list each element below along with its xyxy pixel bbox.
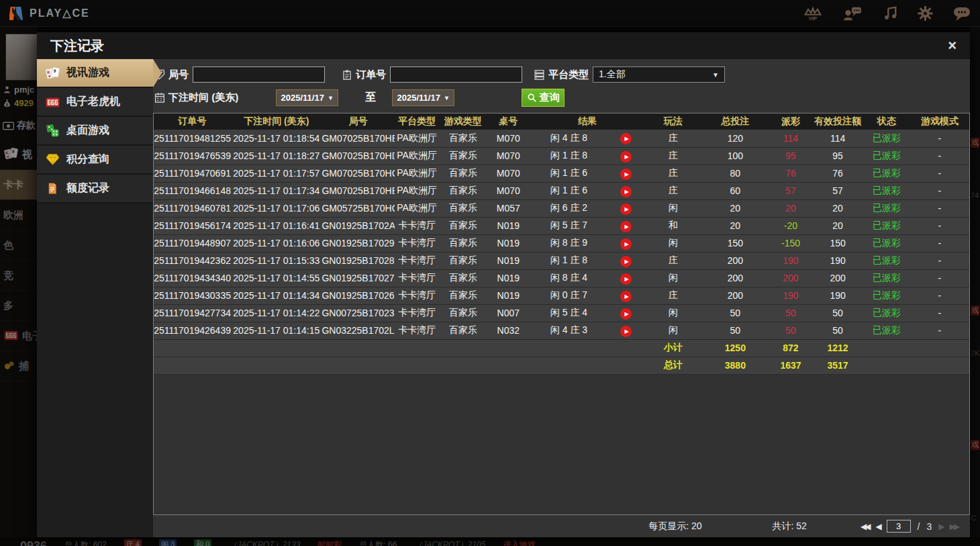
brand: PLAY△CE (9, 5, 90, 21)
table-no-cell: M070 (487, 130, 530, 147)
bet-cell: 150 (701, 234, 769, 252)
status-cell: 已派彩 (863, 234, 910, 252)
play-icon[interactable]: ▶ (620, 186, 632, 197)
chat-icon[interactable] (953, 5, 971, 21)
payout-cell: -20 (769, 217, 812, 234)
bet-table-container: 订单号下注时间 (美东)局号平台类型游戏类型桌号结果玩法总投注派彩有效投注额状态… (153, 113, 970, 515)
vip-icon[interactable]: VIP (803, 5, 822, 21)
table-row: 2511170194661482025-11-17 01:17:34GM0702… (154, 182, 969, 199)
mode-cell: - (910, 217, 969, 234)
status-cell: 已派彩 (863, 182, 910, 199)
sidebar-item[interactable]: 777电子老虎机 (37, 88, 153, 117)
mode-cell: - (910, 322, 969, 339)
date-to-picker[interactable]: 2025/11/17 ▼ (392, 89, 454, 106)
time-cell: 2025-11-17 01:17:34 (231, 182, 322, 199)
order-cell: 251117019470691 (154, 165, 231, 182)
table-row: 2511170194706912025-11-17 01:17:57GM0702… (154, 165, 969, 182)
payout-cell: 114 (769, 130, 812, 147)
round-cell: GN01925B1702A (322, 217, 394, 234)
modal-content: 局号 订单号 平台类型 1.全部 ▼ 下注时间 (153, 59, 970, 537)
table-header-row: 订单号下注时间 (美东)局号平台类型游戏类型桌号结果玩法总投注派彩有效投注额状态… (154, 113, 969, 130)
play-icon[interactable]: ▶ (620, 291, 632, 302)
play-icon[interactable]: ▶ (620, 133, 632, 144)
payout-cell: 50 (769, 304, 812, 322)
first-page-icon[interactable]: ◀◀ (861, 522, 869, 531)
per-page-label: 每页显示: 20 (648, 520, 701, 533)
result-cell: 闲 1 庄 8 (530, 252, 607, 269)
support-icon[interactable] (842, 5, 863, 21)
method-cell: 庄 (644, 147, 701, 165)
game-cell: 百家乐 (440, 165, 487, 182)
valid-bet-cell: 200 (813, 269, 863, 287)
close-icon[interactable]: × (948, 38, 957, 53)
search-button[interactable]: 查询 (522, 89, 565, 107)
play-icon[interactable]: ▶ (620, 308, 632, 320)
order-cell: 251117019442362 (154, 252, 231, 269)
order-cell: 251117019430335 (154, 287, 231, 304)
table-no-cell: M070 (487, 165, 530, 182)
gear-icon[interactable] (918, 5, 933, 21)
method-cell: 和 (644, 217, 701, 234)
gem-icon (44, 153, 60, 166)
play-icon[interactable]: ▶ (620, 203, 632, 215)
table-no-cell: N019 (487, 287, 530, 304)
sidebar-item[interactable]: 积分查询 (37, 146, 153, 175)
platform-cell: 卡卡湾厅 (395, 269, 440, 287)
table-no-cell: N032 (487, 322, 530, 339)
svg-text:7: 7 (48, 100, 50, 105)
search-icon (527, 93, 537, 103)
play-icon[interactable]: ▶ (620, 151, 632, 163)
payout-cell: 95 (769, 147, 812, 165)
last-page-icon[interactable]: ▶▶ (950, 522, 958, 531)
sidebar-item-label: 电子老虎机 (66, 95, 120, 109)
play-icon[interactable]: ▶ (620, 221, 632, 232)
bet-cell: 200 (701, 269, 769, 287)
table-row: 2511170194812552025-11-17 01:18:54GM0702… (154, 130, 969, 147)
play-icon[interactable]: ▶ (620, 238, 632, 250)
play-icon[interactable]: ▶ (620, 273, 632, 285)
pagination: 每页显示: 20 共计: 52 ◀◀ ◀ 3 / 3 ▶ ▶▶ (153, 515, 970, 537)
clipboard-icon (342, 69, 352, 81)
platform-cell: PA欧洲厅 (395, 130, 440, 147)
music-icon[interactable] (883, 5, 897, 21)
mode-cell: - (910, 234, 969, 252)
platform-select[interactable]: 1.全部 ▼ (593, 66, 725, 83)
time-cell: 2025-11-17 01:14:15 (231, 322, 322, 339)
status-cell: 已派彩 (863, 304, 910, 322)
play-icon[interactable]: ▶ (620, 326, 632, 337)
sidebar-item-label: 积分查询 (66, 152, 109, 167)
round-input[interactable] (193, 66, 325, 83)
summary-bet-cell: 1250 (701, 339, 769, 357)
topbar: PLAY△CE VIP (0, 0, 980, 27)
round-cell: GN01925B17029 (322, 234, 394, 252)
platform-cell: PA欧洲厅 (395, 182, 440, 199)
next-page-icon[interactable]: ▶ (938, 522, 942, 531)
method-cell: 闲 (644, 269, 701, 287)
page-number-input[interactable]: 3 (887, 520, 911, 533)
chevron-down-icon: ▼ (328, 95, 334, 101)
result-cell: 闲 5 庄 7 (530, 217, 607, 234)
play-icon[interactable]: ▶ (620, 256, 632, 267)
status-cell: 已派彩 (863, 287, 910, 304)
column-header: 总投注 (701, 113, 769, 130)
sidebar-item[interactable]: 桌面游戏 (37, 117, 153, 146)
order-input[interactable] (390, 66, 522, 83)
sidebar-item[interactable]: 额度记录 (37, 175, 153, 203)
game-cell: 百家乐 (440, 269, 487, 287)
column-header: 有效投注额 (813, 113, 863, 130)
bet-cell: 50 (701, 304, 769, 322)
game-cell: 百家乐 (440, 199, 487, 217)
play-icon[interactable]: ▶ (620, 169, 632, 180)
result-cell: 闲 8 庄 4 (530, 269, 607, 287)
prev-page-icon[interactable]: ◀ (875, 522, 879, 531)
status-cell: 已派彩 (863, 130, 910, 147)
column-header: 平台类型 (395, 113, 440, 130)
table-body: 2511170194812552025-11-17 01:18:54GM0702… (154, 130, 969, 374)
filter-row-2: 下注时间 (美东) 2025/11/17 ▼ 至 2025/11/17 ▼ (154, 89, 969, 107)
date-from-picker[interactable]: 2025/11/17 ▼ (276, 89, 338, 106)
cards-icon: K♥9 (44, 66, 60, 81)
time-label: 下注时间 (美东) (168, 91, 238, 104)
table-row: 2511170194277342025-11-17 01:14:22GN0072… (154, 304, 969, 322)
table-no-cell: M070 (487, 182, 530, 199)
sidebar-item[interactable]: K♥9视讯游戏 (37, 59, 153, 88)
